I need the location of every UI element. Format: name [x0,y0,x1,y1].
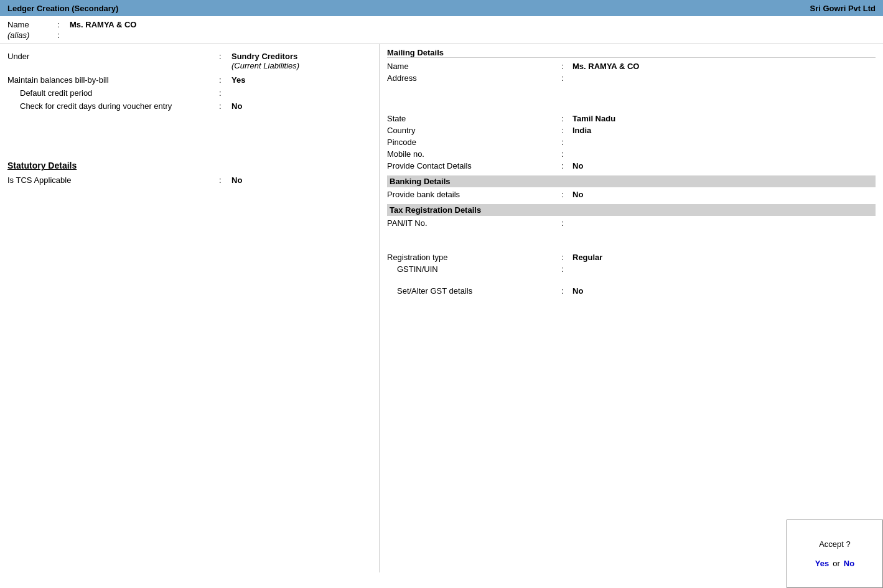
gst-details-label: Set/Alter GST details [387,286,561,296]
gstin-row: GSTIN/UIN : [387,264,876,274]
accept-question: Accept ? [819,539,851,549]
under-row: Under : Sundry Creditors (Current Liabil… [7,52,371,70]
mailing-name-row: Name : Ms. RAMYA & CO [387,62,876,71]
country-value: India [572,126,876,135]
under-value: Sundry Creditors (Current Liabilities) [231,52,371,70]
tcs-row: Is TCS Applicable : No [7,175,371,185]
mailing-name-value: Ms. RAMYA & CO [572,62,876,71]
contact-value: No [572,161,876,170]
maintain-value: Yes [231,75,371,85]
gstin-label: GSTIN/UIN [387,264,561,274]
maintain-colon: : [219,75,231,85]
mailing-name-label: Name [387,62,561,71]
accept-or-label: or [833,559,840,568]
banking-heading: Banking Details [387,175,876,187]
accept-dialog: Accept ? Yes or No [787,520,883,588]
credit-period-label: Default credit period [7,88,219,98]
header-company: Sri Gowri Pvt Ltd [810,4,876,13]
mailing-heading: Mailing Details [387,44,876,58]
state-label: State [387,114,561,123]
tax-heading: Tax Registration Details [387,204,876,216]
country-label: Country [387,126,561,135]
maintain-label: Maintain balances bill-by-bill [7,75,219,85]
mobile-label: Mobile no. [387,149,561,159]
pan-label: PAN/IT No. [387,218,561,228]
reg-type-value: Regular [572,253,876,262]
check-credit-row: Check for credit days during voucher ent… [7,101,371,111]
reg-type-row: Registration type : Regular [387,253,876,262]
check-credit-colon: : [219,101,231,111]
statutory-heading: Statutory Details [7,161,371,170]
reg-type-label: Registration type [387,253,561,262]
under-colon: : [219,52,231,61]
state-row: State : Tamil Nadu [387,114,876,123]
bank-label: Provide bank details [387,190,561,199]
under-label: Under [7,52,219,61]
left-panel: Under : Sundry Creditors (Current Liabil… [0,44,380,572]
pincode-row: Pincode : [387,138,876,147]
mobile-row: Mobile no. : [387,149,876,159]
contact-label: Provide Contact Details [387,161,561,170]
header: Ledger Creation (Secondary) Sri Gowri Pv… [0,0,883,16]
bank-row: Provide bank details : No [387,190,876,199]
name-label: Name [7,20,57,29]
pan-row: PAN/IT No. : [387,218,876,228]
bank-value: No [572,190,876,199]
pincode-label: Pincode [387,138,561,147]
accept-no-button[interactable]: No [844,559,854,568]
main-content: Under : Sundry Creditors (Current Liabil… [0,44,883,572]
name-value: Ms. RAMYA & CO [70,20,136,29]
alias-colon: : [57,30,70,40]
name-colon: : [57,20,70,29]
tcs-label: Is TCS Applicable [7,175,219,185]
maintain-row: Maintain balances bill-by-bill : Yes [7,75,371,85]
address-label: Address [387,73,561,83]
address-row: Address : [387,73,876,83]
alias-label: (alias) [7,30,57,40]
contact-row: Provide Contact Details : No [387,161,876,170]
tcs-value: No [231,175,371,185]
check-credit-label: Check for credit days during voucher ent… [7,101,219,111]
gst-details-value: No [572,286,876,296]
right-panel: Mailing Details Name : Ms. RAMYA & CO Ad… [380,44,883,572]
alias-row: (alias) : [7,30,876,40]
header-title: Ledger Creation (Secondary) [7,4,118,13]
country-row: Country : India [387,126,876,135]
name-row: Name : Ms. RAMYA & CO [7,20,876,29]
gst-details-row: Set/Alter GST details : No [387,286,876,296]
credit-period-row: Default credit period : [7,88,371,98]
name-section: Name : Ms. RAMYA & CO (alias) : [0,16,883,44]
accept-yes-button[interactable]: Yes [815,559,829,568]
state-value: Tamil Nadu [572,114,876,123]
tcs-colon: : [219,175,231,185]
accept-options: Yes or No [815,559,854,568]
check-credit-value: No [231,101,371,111]
credit-period-colon: : [219,88,231,98]
